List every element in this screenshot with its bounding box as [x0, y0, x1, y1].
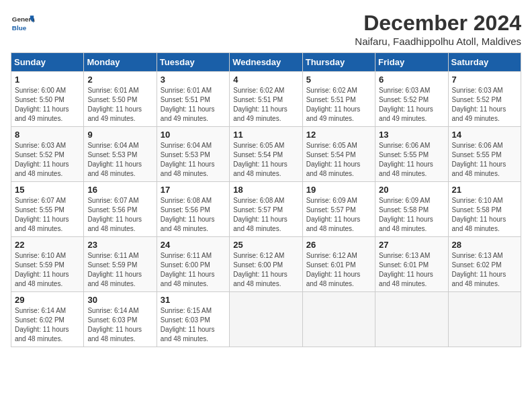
calendar-cell: 19Sunrise: 6:09 AM Sunset: 5:57 PM Dayli… [302, 182, 375, 237]
calendar-cell: 25Sunrise: 6:12 AM Sunset: 6:00 PM Dayli… [230, 237, 302, 292]
day-info: Sunrise: 6:03 AM Sunset: 5:52 PM Dayligh… [379, 86, 444, 124]
calendar-cell: 8Sunrise: 6:03 AM Sunset: 5:52 PM Daylig… [11, 127, 84, 182]
calendar-cell [302, 292, 375, 347]
day-info: Sunrise: 6:12 AM Sunset: 6:00 PM Dayligh… [233, 251, 298, 289]
day-info: Sunrise: 6:08 AM Sunset: 5:56 PM Dayligh… [161, 196, 226, 234]
day-info: Sunrise: 6:12 AM Sunset: 6:01 PM Dayligh… [306, 251, 371, 289]
col-header-thursday: Thursday [302, 53, 375, 72]
day-info: Sunrise: 6:01 AM Sunset: 5:51 PM Dayligh… [161, 86, 226, 124]
col-header-saturday: Saturday [448, 53, 521, 72]
day-number: 14 [452, 130, 517, 140]
col-header-tuesday: Tuesday [157, 53, 229, 72]
day-number: 2 [87, 75, 152, 85]
calendar-cell: 14Sunrise: 6:06 AM Sunset: 5:55 PM Dayli… [448, 127, 521, 182]
day-info: Sunrise: 6:09 AM Sunset: 5:58 PM Dayligh… [379, 196, 444, 234]
day-info: Sunrise: 6:13 AM Sunset: 6:01 PM Dayligh… [379, 251, 444, 289]
day-number: 17 [161, 185, 226, 195]
day-info: Sunrise: 6:11 AM Sunset: 6:00 PM Dayligh… [161, 251, 226, 289]
day-number: 6 [379, 75, 444, 85]
col-header-wednesday: Wednesday [230, 53, 302, 72]
day-info: Sunrise: 6:04 AM Sunset: 5:53 PM Dayligh… [87, 141, 152, 179]
day-info: Sunrise: 6:14 AM Sunset: 6:03 PM Dayligh… [87, 306, 152, 344]
day-info: Sunrise: 6:07 AM Sunset: 5:55 PM Dayligh… [15, 196, 80, 234]
calendar-cell: 20Sunrise: 6:09 AM Sunset: 5:58 PM Dayli… [375, 182, 448, 237]
day-number: 1 [15, 75, 80, 85]
day-number: 28 [452, 240, 517, 250]
day-number: 9 [87, 130, 152, 140]
day-number: 25 [233, 240, 298, 250]
calendar-cell: 29Sunrise: 6:14 AM Sunset: 6:02 PM Dayli… [11, 292, 84, 347]
day-number: 3 [161, 75, 226, 85]
calendar-cell: 28Sunrise: 6:13 AM Sunset: 6:02 PM Dayli… [448, 237, 521, 292]
day-info: Sunrise: 6:02 AM Sunset: 5:51 PM Dayligh… [233, 86, 298, 124]
calendar-cell: 9Sunrise: 6:04 AM Sunset: 5:53 PM Daylig… [84, 127, 157, 182]
calendar-week-row: 15Sunrise: 6:07 AM Sunset: 5:55 PM Dayli… [11, 182, 521, 237]
calendar-cell: 3Sunrise: 6:01 AM Sunset: 5:51 PM Daylig… [157, 72, 229, 127]
location: Naifaru, Faadhippolhu Atoll, Maldives [355, 36, 521, 47]
day-info: Sunrise: 6:02 AM Sunset: 5:51 PM Dayligh… [306, 86, 371, 124]
day-number: 12 [306, 130, 371, 140]
day-info: Sunrise: 6:07 AM Sunset: 5:56 PM Dayligh… [87, 196, 152, 234]
day-info: Sunrise: 6:03 AM Sunset: 5:52 PM Dayligh… [15, 141, 80, 179]
calendar-cell: 6Sunrise: 6:03 AM Sunset: 5:52 PM Daylig… [375, 72, 448, 127]
calendar-cell [230, 292, 302, 347]
calendar-cell: 22Sunrise: 6:10 AM Sunset: 5:59 PM Dayli… [11, 237, 84, 292]
calendar-week-row: 22Sunrise: 6:10 AM Sunset: 5:59 PM Dayli… [11, 237, 521, 292]
calendar-cell: 16Sunrise: 6:07 AM Sunset: 5:56 PM Dayli… [84, 182, 157, 237]
page-header: General Blue December 2024 Naifaru, Faad… [11, 11, 521, 47]
calendar-week-row: 29Sunrise: 6:14 AM Sunset: 6:02 PM Dayli… [11, 292, 521, 347]
col-header-sunday: Sunday [11, 53, 84, 72]
calendar-cell: 23Sunrise: 6:11 AM Sunset: 5:59 PM Dayli… [84, 237, 157, 292]
day-number: 31 [161, 295, 226, 305]
day-info: Sunrise: 6:08 AM Sunset: 5:57 PM Dayligh… [233, 196, 298, 234]
calendar-cell [448, 292, 521, 347]
col-header-monday: Monday [84, 53, 157, 72]
day-info: Sunrise: 6:15 AM Sunset: 6:03 PM Dayligh… [161, 306, 226, 344]
day-info: Sunrise: 6:00 AM Sunset: 5:50 PM Dayligh… [15, 86, 80, 124]
day-number: 8 [15, 130, 80, 140]
calendar-cell: 31Sunrise: 6:15 AM Sunset: 6:03 PM Dayli… [157, 292, 229, 347]
calendar-cell: 1Sunrise: 6:00 AM Sunset: 5:50 PM Daylig… [11, 72, 84, 127]
day-number: 18 [233, 185, 298, 195]
calendar-cell: 17Sunrise: 6:08 AM Sunset: 5:56 PM Dayli… [157, 182, 229, 237]
calendar-cell: 18Sunrise: 6:08 AM Sunset: 5:57 PM Dayli… [230, 182, 302, 237]
calendar-cell: 11Sunrise: 6:05 AM Sunset: 5:54 PM Dayli… [230, 127, 302, 182]
day-info: Sunrise: 6:01 AM Sunset: 5:50 PM Dayligh… [87, 86, 152, 124]
calendar-cell: 7Sunrise: 6:03 AM Sunset: 5:52 PM Daylig… [448, 72, 521, 127]
day-number: 21 [452, 185, 517, 195]
day-number: 10 [161, 130, 226, 140]
calendar-cell: 2Sunrise: 6:01 AM Sunset: 5:50 PM Daylig… [84, 72, 157, 127]
day-info: Sunrise: 6:09 AM Sunset: 5:57 PM Dayligh… [306, 196, 371, 234]
day-info: Sunrise: 6:03 AM Sunset: 5:52 PM Dayligh… [452, 86, 517, 124]
day-number: 13 [379, 130, 444, 140]
calendar-cell: 27Sunrise: 6:13 AM Sunset: 6:01 PM Dayli… [375, 237, 448, 292]
day-number: 23 [87, 240, 152, 250]
calendar-header-row: SundayMondayTuesdayWednesdayThursdayFrid… [11, 53, 521, 72]
calendar-cell: 5Sunrise: 6:02 AM Sunset: 5:51 PM Daylig… [302, 72, 375, 127]
day-info: Sunrise: 6:06 AM Sunset: 5:55 PM Dayligh… [379, 141, 444, 179]
calendar-week-row: 1Sunrise: 6:00 AM Sunset: 5:50 PM Daylig… [11, 72, 521, 127]
day-number: 7 [452, 75, 517, 85]
day-number: 15 [15, 185, 80, 195]
calendar-cell: 15Sunrise: 6:07 AM Sunset: 5:55 PM Dayli… [11, 182, 84, 237]
day-number: 24 [161, 240, 226, 250]
calendar-cell: 12Sunrise: 6:05 AM Sunset: 5:54 PM Dayli… [302, 127, 375, 182]
day-info: Sunrise: 6:10 AM Sunset: 5:59 PM Dayligh… [15, 251, 80, 289]
day-info: Sunrise: 6:11 AM Sunset: 5:59 PM Dayligh… [87, 251, 152, 289]
day-info: Sunrise: 6:04 AM Sunset: 5:53 PM Dayligh… [161, 141, 226, 179]
calendar-cell: 21Sunrise: 6:10 AM Sunset: 5:58 PM Dayli… [448, 182, 521, 237]
day-info: Sunrise: 6:13 AM Sunset: 6:02 PM Dayligh… [452, 251, 517, 289]
calendar-cell: 30Sunrise: 6:14 AM Sunset: 6:03 PM Dayli… [84, 292, 157, 347]
calendar-table: SundayMondayTuesdayWednesdayThursdayFrid… [11, 52, 521, 347]
col-header-friday: Friday [375, 53, 448, 72]
day-number: 11 [233, 130, 298, 140]
day-number: 30 [87, 295, 152, 305]
day-info: Sunrise: 6:14 AM Sunset: 6:02 PM Dayligh… [15, 306, 80, 344]
day-info: Sunrise: 6:06 AM Sunset: 5:55 PM Dayligh… [452, 141, 517, 179]
calendar-cell: 4Sunrise: 6:02 AM Sunset: 5:51 PM Daylig… [230, 72, 302, 127]
day-number: 16 [87, 185, 152, 195]
title-block: December 2024 Naifaru, Faadhippolhu Atol… [355, 11, 521, 47]
logo: General Blue [11, 11, 38, 35]
day-number: 29 [15, 295, 80, 305]
calendar-cell: 26Sunrise: 6:12 AM Sunset: 6:01 PM Dayli… [302, 237, 375, 292]
